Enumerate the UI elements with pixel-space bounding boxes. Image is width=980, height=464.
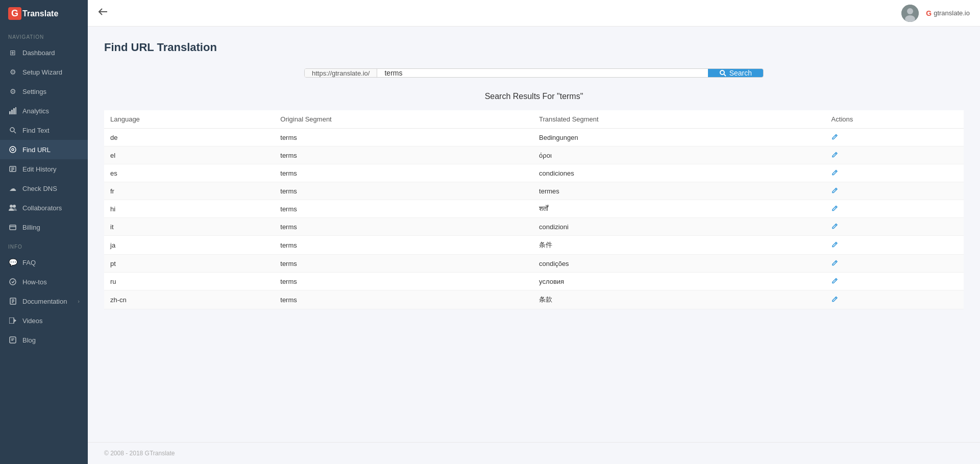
table-row: es terms condiciones (104, 164, 964, 182)
sidebar-item-find-url[interactable]: Find URL (0, 140, 88, 159)
edit-icon[interactable] (831, 296, 838, 304)
svg-line-5 (14, 132, 16, 134)
edit-icon[interactable] (831, 133, 838, 141)
cell-translated: 条件 (533, 236, 825, 255)
svg-point-29 (907, 8, 913, 14)
sidebar-faq-label: FAQ (22, 259, 36, 266)
cell-language: ru (104, 273, 274, 290)
sidebar-videos-label: Videos (22, 317, 43, 325)
sidebar: G Translate NAVIGATION ⊞ Dashboard ⚙ Set… (0, 0, 88, 464)
edit-icon[interactable] (831, 277, 838, 285)
edit-icon[interactable] (831, 151, 838, 159)
sidebar-item-how-tos[interactable]: How-tos (0, 272, 88, 291)
brand-link-text: gtranslate.io (934, 9, 970, 17)
cell-language: it (104, 218, 274, 236)
logo-g: G (8, 7, 21, 20)
analytics-icon (8, 106, 17, 115)
svg-line-39 (835, 243, 836, 244)
search-button[interactable]: Search (708, 69, 763, 77)
svg-point-12 (10, 205, 13, 208)
brand-link[interactable]: G gtranslate.io (926, 9, 970, 17)
topbar: G gtranslate.io (88, 0, 980, 27)
cell-original: terms (274, 182, 533, 200)
sidebar-item-billing[interactable]: Billing (0, 217, 88, 237)
table-row: de terms Bedingungen (104, 129, 964, 146)
sidebar-check-dns-label: Check DNS (22, 185, 57, 192)
cell-actions (825, 146, 964, 164)
collaborators-icon (8, 203, 17, 212)
svg-line-36 (835, 189, 836, 190)
sidebar-item-settings[interactable]: ⚙ Settings (0, 82, 88, 101)
svg-rect-21 (9, 318, 14, 324)
svg-line-35 (835, 171, 836, 172)
back-icon[interactable] (98, 8, 108, 18)
edit-history-icon (8, 164, 17, 174)
cell-actions (825, 182, 964, 200)
col-original: Original Segment (274, 110, 533, 129)
billing-icon (8, 223, 17, 232)
blog-icon (8, 335, 17, 345)
avatar[interactable] (901, 5, 919, 22)
table-row: it terms condizioni (104, 218, 964, 236)
sidebar-item-check-dns[interactable]: ☁ Check DNS (0, 179, 88, 198)
svg-line-40 (835, 261, 836, 262)
sidebar-find-url-label: Find URL (22, 146, 51, 154)
col-actions: Actions (825, 110, 964, 129)
sidebar-item-faq[interactable]: 💬 FAQ (0, 253, 88, 272)
sidebar-item-analytics[interactable]: Analytics (0, 101, 88, 120)
table-row: hi terms शर्तों (104, 200, 964, 218)
cell-translated: condizioni (533, 218, 825, 236)
cell-actions (825, 164, 964, 182)
svg-point-6 (10, 146, 16, 153)
svg-line-33 (835, 135, 836, 136)
edit-icon[interactable] (831, 169, 838, 177)
table-row: el terms όροι (104, 146, 964, 164)
svg-point-4 (10, 128, 14, 132)
search-input[interactable] (377, 69, 707, 77)
cell-language: fr (104, 182, 274, 200)
footer: © 2008 - 2018 GTranslate (88, 442, 980, 464)
sidebar-item-label: Setup Wizard (22, 68, 62, 76)
cell-language: es (104, 164, 274, 182)
faq-icon: 💬 (8, 258, 17, 267)
svg-point-7 (12, 149, 14, 151)
cell-language: ja (104, 236, 274, 255)
cell-actions (825, 218, 964, 236)
svg-line-42 (835, 298, 836, 299)
sidebar-item-collaborators[interactable]: Collaborators (0, 198, 88, 217)
find-url-icon (8, 145, 17, 154)
svg-line-41 (835, 279, 836, 280)
edit-icon[interactable] (831, 259, 838, 267)
logo: G Translate (0, 0, 88, 27)
svg-rect-1 (11, 110, 13, 114)
edit-icon[interactable] (831, 223, 838, 231)
sidebar-item-blog[interactable]: Blog (0, 330, 88, 350)
cell-translated: termes (533, 182, 825, 200)
cell-language: hi (104, 200, 274, 218)
documentation-icon (8, 297, 17, 306)
sidebar-analytics-label: Analytics (22, 107, 49, 115)
svg-rect-2 (13, 108, 15, 114)
cell-original: terms (274, 218, 533, 236)
cell-original: terms (274, 129, 533, 146)
sidebar-item-setup-wizard[interactable]: ⚙ Setup Wizard (0, 62, 88, 82)
cell-language: zh-cn (104, 290, 274, 309)
table-row: fr terms termes (104, 182, 964, 200)
edit-icon[interactable] (831, 187, 838, 195)
svg-rect-0 (9, 111, 11, 114)
sidebar-item-find-text[interactable]: Find Text (0, 120, 88, 140)
sidebar-item-dashboard[interactable]: ⊞ Dashboard (0, 43, 88, 62)
settings-icon: ⚙ (8, 87, 17, 96)
sidebar-documentation-label: Documentation (22, 298, 67, 305)
edit-icon[interactable] (831, 205, 838, 213)
edit-icon[interactable] (831, 241, 838, 249)
sidebar-item-documentation[interactable]: Documentation › (0, 291, 88, 311)
sidebar-item-label: Dashboard (22, 49, 55, 57)
cell-original: terms (274, 255, 533, 273)
svg-line-34 (835, 153, 836, 154)
page-title: Find URL Translation (104, 41, 964, 54)
setup-wizard-icon: ⚙ (8, 67, 17, 77)
sidebar-item-edit-history[interactable]: Edit History (0, 159, 88, 179)
cell-actions (825, 273, 964, 290)
sidebar-item-videos[interactable]: Videos (0, 311, 88, 330)
